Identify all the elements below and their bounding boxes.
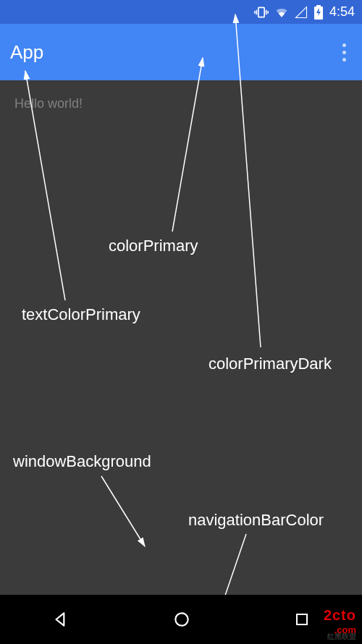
app-bar: App <box>0 24 362 80</box>
overflow-menu-icon[interactable] <box>337 38 352 67</box>
cell-signal-icon <box>295 6 308 19</box>
annotation-navigationBarColor: navigationBarColor <box>188 511 324 530</box>
status-bar: 4:54 <box>0 0 362 24</box>
navigation-bar <box>0 595 362 644</box>
watermark-sub: 红黑联盟 <box>324 633 356 640</box>
svg-rect-0 <box>258 7 264 17</box>
annotation-textColorPrimary: textColorPrimary <box>22 305 140 324</box>
watermark-line1: 2cto <box>324 607 356 623</box>
watermark: 2cto .com 红黑联盟 <box>324 609 356 640</box>
battery-charging-icon <box>313 5 324 20</box>
wifi-icon <box>274 5 289 20</box>
svg-rect-2 <box>316 5 321 7</box>
status-time: 4:54 <box>329 4 355 20</box>
app-title: App <box>10 41 43 64</box>
recents-button[interactable] <box>286 603 318 635</box>
svg-point-8 <box>175 613 188 625</box>
home-button[interactable] <box>165 603 198 636</box>
vibrate-icon <box>254 5 269 20</box>
hello-world-text: Hello world! <box>14 96 83 111</box>
back-button[interactable] <box>44 603 77 636</box>
svg-rect-9 <box>297 614 307 624</box>
annotation-colorPrimaryDark: colorPrimaryDark <box>209 355 332 373</box>
annotation-colorPrimary: colorPrimary <box>109 237 198 255</box>
annotation-windowBackground: windowBackground <box>13 452 151 471</box>
